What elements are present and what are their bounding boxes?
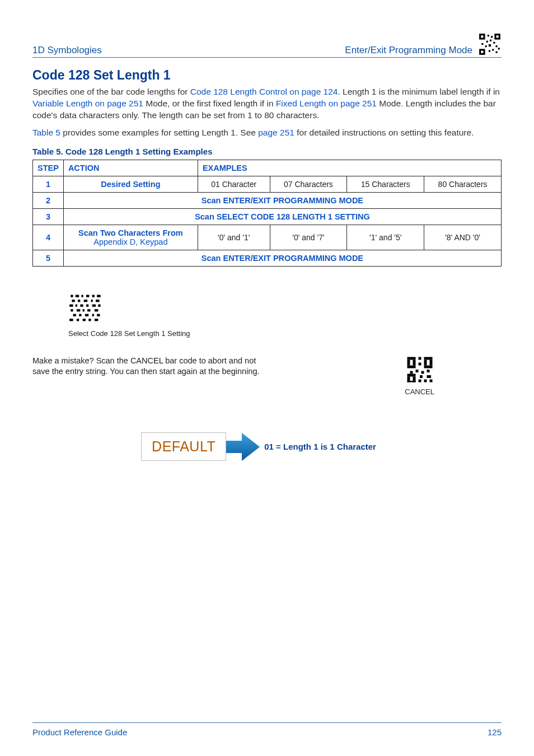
svg-rect-16 [492,49,494,50]
link-code128-length-control[interactable]: Code 128 Length Control on page 124 [190,87,338,96]
mistake-text: Make a mistake? Scan the CANCEL bar code… [32,356,273,377]
arrow-right-icon [223,427,262,466]
svg-rect-35 [86,304,88,306]
svg-rect-18 [496,52,498,53]
svg-rect-57 [407,360,410,365]
table-caption: Table 5. Code 128 Length 1 Setting Examp… [32,147,502,156]
table-row: 2 Scan ENTER/EXIT PROGRAMMING MODE [33,192,502,208]
svg-rect-4 [496,35,499,38]
svg-rect-17 [489,50,490,52]
step-number: 3 [33,208,64,225]
header-left: 1D Symbologies [32,45,102,56]
example-cell: '0' and '7' [270,225,347,250]
svg-rect-25 [92,295,95,297]
svg-rect-41 [87,309,90,311]
table-row: 5 Scan ENTER/EXIT PROGRAMMING MODE [33,250,502,266]
example-cell: '8' AND '0' [424,225,502,250]
svg-rect-37 [98,304,100,306]
svg-rect-68 [407,374,415,376]
intro-paragraph-2: Table 5 provides some examples for setti… [32,127,502,139]
svg-rect-9 [486,41,488,43]
action-scan-two-chars-label: Scan Two Characters From [78,228,183,237]
example-cell: 15 Characters [347,176,424,192]
svg-rect-49 [77,319,79,321]
svg-rect-61 [407,365,415,368]
svg-rect-24 [86,295,89,297]
section-title: Code 128 Set Length 1 [32,68,502,83]
page-header: 1D Symbologies Enter/Exit Programming Mo… [32,32,502,58]
step-number: 5 [33,250,64,266]
step-number: 1 [33,176,64,192]
svg-rect-67 [427,370,429,372]
example-cell: '1' and '5' [347,225,424,250]
svg-rect-63 [418,362,421,365]
svg-rect-40 [83,309,85,311]
svg-rect-10 [490,40,491,41]
para1-b: . Length 1 is the minimum label length i… [338,87,500,96]
svg-rect-14 [496,45,498,47]
svg-rect-47 [97,314,100,316]
link-table5[interactable]: Table 5 [32,128,60,137]
svg-rect-6 [481,51,483,53]
svg-rect-22 [76,295,79,297]
svg-rect-55 [418,357,421,360]
svg-rect-58 [413,360,415,365]
svg-rect-52 [95,319,98,321]
svg-rect-38 [71,309,73,311]
link-variable-length[interactable]: Variable Length on page 251 [32,99,143,108]
svg-rect-36 [92,304,96,306]
svg-rect-43 [73,314,76,316]
svg-rect-46 [92,314,94,316]
svg-rect-33 [76,304,77,306]
cancel-block: CANCEL [405,356,434,396]
svg-rect-29 [84,300,87,302]
col-examples: EXAMPLES [198,160,501,176]
svg-rect-50 [83,319,86,321]
svg-rect-28 [78,300,80,302]
link-appendix-d[interactable]: Appendix D, Keypad [93,237,167,246]
mistake-row: Make a mistake? Scan the CANCEL bar code… [32,356,502,396]
svg-rect-7 [488,35,489,36]
link-page251[interactable]: page 251 [258,128,294,137]
link-fixed-length[interactable]: Fixed Length on page 251 [276,99,377,108]
svg-rect-2 [481,35,483,38]
svg-rect-12 [481,43,483,45]
table-header-row: STEP ACTION EXAMPLES [33,160,502,176]
svg-rect-31 [96,300,99,302]
table-row: 4 Scan Two Characters From Appendix D, K… [33,225,502,250]
svg-rect-23 [81,295,83,297]
svg-rect-11 [493,42,495,44]
svg-rect-51 [88,319,91,321]
svg-rect-30 [91,300,93,302]
svg-rect-19 [498,48,500,49]
svg-rect-59 [424,360,427,365]
svg-rect-64 [410,371,413,374]
svg-rect-13 [485,45,487,47]
header-right: Enter/Exit Programming Mode [345,45,472,56]
svg-rect-76 [429,379,432,382]
example-cell: 01 Character [198,176,270,192]
svg-rect-32 [69,304,73,306]
svg-rect-66 [421,371,424,374]
svg-rect-62 [424,365,432,368]
example-cell: '0' and '1' [198,225,270,250]
footer-left: Product Reference Guide [32,727,127,737]
svg-rect-45 [85,314,88,316]
barcode-caption: Select Code 128 Set Length 1 Setting [68,329,502,338]
svg-rect-20 [68,292,104,325]
svg-rect-65 [415,370,418,372]
svg-rect-60 [429,360,432,365]
svg-rect-74 [418,379,421,382]
svg-rect-39 [77,309,80,311]
svg-rect-44 [79,314,81,316]
example-cell: 07 Characters [270,176,347,192]
col-step: STEP [33,160,64,176]
action-scan-two-chars: Scan Two Characters From Appendix D, Key… [63,225,198,250]
cancel-barcode-icon [406,356,434,384]
qr-icon [478,32,502,56]
action-scan-select: Scan SELECT CODE 128 LENGTH 1 SETTING [63,208,501,225]
col-action: ACTION [63,160,198,176]
default-row: DEFAULT 01 = Length 1 is 1 Character [16,427,502,466]
barcode-icon [68,292,104,325]
para1-a: Specifies one of the bar code lengths fo… [32,87,190,96]
